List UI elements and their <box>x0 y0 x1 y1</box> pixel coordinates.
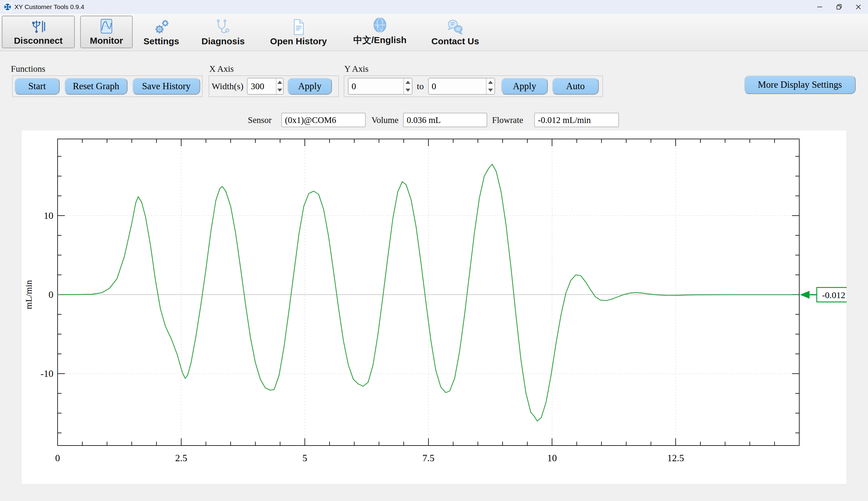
svg-text:2.5: 2.5 <box>175 452 187 463</box>
more-display-settings-button[interactable]: More Display Settings <box>744 75 856 94</box>
toolbar-button-settings[interactable]: Settings <box>133 16 190 48</box>
y-axis-to-label: to <box>417 81 424 91</box>
y-min-spinner[interactable] <box>348 78 412 95</box>
y-max-spinner[interactable] <box>428 78 495 95</box>
sensor-value-input[interactable] <box>282 115 365 125</box>
svg-text:0: 0 <box>55 452 60 463</box>
down-arrow-icon <box>488 89 493 92</box>
titlebar: XY Customer Tools 0.9.4 <box>0 0 868 14</box>
restore-icon <box>836 4 843 10</box>
y-axis-auto-button[interactable]: Auto <box>552 78 599 95</box>
svg-text:12.5: 12.5 <box>667 452 684 463</box>
toolbar-button-contact-us[interactable]: Contact Us <box>421 16 490 48</box>
minimize-icon <box>816 4 823 10</box>
y-min-input[interactable] <box>349 78 404 94</box>
x-axis-apply-button[interactable]: Apply <box>287 78 332 95</box>
svg-text:mL/min: mL/min <box>23 280 33 309</box>
up-arrow-icon <box>488 81 493 84</box>
toolbar-button-chinese-english[interactable]: 中文/English <box>342 16 418 48</box>
window-title: XY Customer Tools 0.9.4 <box>14 3 84 11</box>
down-arrow-icon <box>406 89 410 92</box>
sensor-field[interactable] <box>281 113 366 127</box>
flowrate-chart: 02.557.51012.5-10010mL/min-0.012 <box>21 130 847 484</box>
toolbar-label-diagnosis: Diagnosis <box>201 36 245 46</box>
x-axis-groupbox: Width(s) Apply <box>208 75 339 97</box>
toolbar-label-settings: Settings <box>143 36 179 46</box>
globe-icon <box>372 17 388 33</box>
gears-icon <box>153 19 170 35</box>
flowrate-label: Flowrate <box>492 115 523 125</box>
app-window: { "window": { "title": "XY Customer Tool… <box>0 0 868 501</box>
functions-groupbox: Start Reset Graph Save History <box>12 75 203 97</box>
svg-text:-0.012: -0.012 <box>822 290 845 300</box>
start-button[interactable]: Start <box>14 78 60 95</box>
x-width-spinner[interactable] <box>247 78 284 95</box>
toolbar-button-monitor[interactable]: Monitor <box>80 16 133 48</box>
x-width-spin-up[interactable] <box>277 78 283 86</box>
toolbar-button-open-history[interactable]: Open History <box>258 16 339 48</box>
y-max-input[interactable] <box>429 78 486 94</box>
up-arrow-icon <box>406 81 410 84</box>
y-min-spin-down[interactable] <box>404 86 412 94</box>
width-seconds-label: Width(s) <box>212 81 243 91</box>
svg-text:10: 10 <box>44 210 53 221</box>
close-button[interactable] <box>849 0 868 14</box>
flowrate-field[interactable] <box>534 113 619 127</box>
up-arrow-icon <box>277 81 282 84</box>
usb-disconnect-icon <box>31 19 46 34</box>
sensor-label: Sensor <box>248 115 272 125</box>
x-width-input[interactable] <box>247 78 276 94</box>
flowrate-value-input[interactable] <box>535 115 618 125</box>
svg-text:-10: -10 <box>40 368 53 379</box>
chat-bubbles-icon <box>447 19 464 35</box>
svg-text:10: 10 <box>547 452 557 463</box>
svg-text:5: 5 <box>302 452 307 463</box>
volume-field[interactable] <box>403 113 487 127</box>
svg-text:0: 0 <box>49 289 53 300</box>
stethoscope-icon <box>215 19 231 35</box>
reset-graph-button[interactable]: Reset Graph <box>65 78 128 95</box>
x-width-spin-down[interactable] <box>277 86 283 94</box>
y-max-spin-up[interactable] <box>486 78 494 86</box>
functions-group-label: Functions <box>11 64 45 74</box>
toolbar-label-contact-us: Contact Us <box>431 36 479 46</box>
restore-button[interactable] <box>829 0 849 14</box>
app-icon <box>4 2 11 11</box>
y-max-spin-down[interactable] <box>486 86 494 94</box>
minimize-button[interactable] <box>810 0 829 14</box>
toolbar-label-monitor: Monitor <box>90 35 123 46</box>
save-history-button[interactable]: Save History <box>132 78 200 95</box>
volume-label: Volume <box>372 115 399 125</box>
y-axis-apply-button[interactable]: Apply <box>501 78 548 95</box>
volume-value-input[interactable] <box>404 115 486 125</box>
down-arrow-icon <box>277 89 282 92</box>
toolbar-button-diagnosis[interactable]: Diagnosis <box>193 16 253 48</box>
document-icon <box>292 19 305 35</box>
svg-text:7.5: 7.5 <box>422 452 435 463</box>
toolbar-label-language: Open History <box>270 36 327 46</box>
toolbar-label-chinese-english: 中文/English <box>353 34 407 46</box>
close-icon <box>855 4 862 10</box>
toolbar: Disconnect Monitor <box>0 14 868 51</box>
y-min-spin-up[interactable] <box>404 78 412 86</box>
y-axis-group-label: Y Axis <box>344 64 368 74</box>
flowrate-chart-panel: 02.557.51012.5-10010mL/min-0.012 <box>21 130 847 484</box>
x-axis-group-label: X Axis <box>209 64 234 74</box>
toolbar-button-disconnect[interactable]: Disconnect <box>2 16 75 48</box>
toolbar-label-disconnect: Disconnect <box>14 35 63 46</box>
waveform-monitor-icon <box>99 19 114 34</box>
y-axis-groupbox: to Apply Auto <box>344 75 603 97</box>
